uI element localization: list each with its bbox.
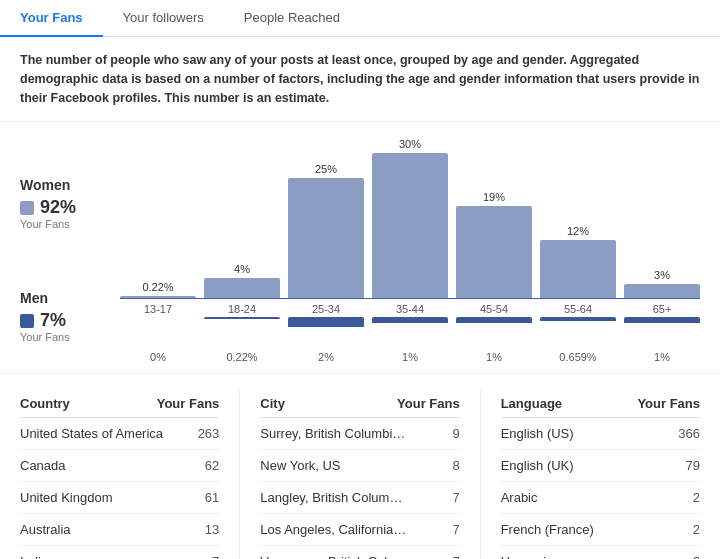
- women-bar-label: 3%: [654, 269, 670, 281]
- bottom-pct-label: 0.659%: [540, 351, 616, 363]
- row-name: Canada: [20, 458, 66, 473]
- row-value: 62: [205, 458, 219, 473]
- men-bar: [288, 317, 364, 327]
- men-bar: [540, 317, 616, 321]
- legend-women-label: Women: [20, 177, 110, 193]
- women-bar: [624, 284, 700, 298]
- row-name: English (US): [501, 426, 574, 441]
- bottom-pct-label: 2%: [288, 351, 364, 363]
- bar-group-women-18-24: 4%: [204, 263, 280, 298]
- men-pct: 7%: [40, 310, 66, 331]
- women-bar-label: 0.22%: [142, 281, 173, 293]
- table-row: Vancouver, British Colu…7: [260, 546, 459, 559]
- table-row: New York, US8: [260, 450, 459, 482]
- table-row: United States of America263: [20, 418, 219, 450]
- bar-group-women-45-54: 19%: [456, 191, 532, 298]
- bottom-pct-label: 0%: [120, 351, 196, 363]
- women-bar-label: 4%: [234, 263, 250, 275]
- women-sublabel: Your Fans: [20, 218, 110, 230]
- bottom-pct-label: 1%: [372, 351, 448, 363]
- table-row: Canada62: [20, 450, 219, 482]
- row-name: Australia: [20, 522, 71, 537]
- legend-men-label: Men: [20, 290, 110, 306]
- axis-label: 65+: [624, 303, 700, 315]
- country-col-name: Country: [20, 396, 70, 411]
- table-row: English (UK)79: [501, 450, 700, 482]
- men-bar: [204, 317, 280, 319]
- women-bar: [456, 206, 532, 298]
- country-table-header: Country Your Fans: [20, 390, 219, 418]
- table-row: Australia13: [20, 514, 219, 546]
- bar-group-men-18-24: [204, 317, 280, 319]
- country-table: Country Your Fans United States of Ameri…: [20, 390, 240, 559]
- city-table-header: City Your Fans: [260, 390, 459, 418]
- women-bar: [288, 178, 364, 298]
- bar-chart: 0.22%4%25%30%19%12%3% 13-1718-2425-3435-…: [120, 138, 700, 363]
- tab-people-reached[interactable]: People Reached: [224, 0, 360, 37]
- tables-section: Country Your Fans United States of Ameri…: [0, 374, 720, 559]
- legend-men: Men 7% Your Fans: [20, 290, 110, 343]
- axis-label: 25-34: [288, 303, 364, 315]
- women-bar-label: 25%: [315, 163, 337, 175]
- row-value: 61: [205, 490, 219, 505]
- table-row: United Kingdom61: [20, 482, 219, 514]
- bottom-pct-label: 0.22%: [204, 351, 280, 363]
- bar-group-women-13-17: 0.22%: [120, 281, 196, 298]
- bar-group-women-35-44: 30%: [372, 138, 448, 298]
- chart-section: Women 92% Your Fans Men 7% Your Fans 0.2…: [0, 122, 720, 374]
- bar-group-men-35-44: [372, 317, 448, 323]
- row-value: 2: [693, 490, 700, 505]
- women-bar-label: 19%: [483, 191, 505, 203]
- chart-legend: Women 92% Your Fans Men 7% Your Fans: [20, 177, 110, 363]
- city-col-name: City: [260, 396, 285, 411]
- row-value: 2: [693, 554, 700, 559]
- table-row: Hungarian2: [501, 546, 700, 559]
- men-sublabel: Your Fans: [20, 331, 110, 343]
- men-bar: [456, 317, 532, 323]
- row-value: 79: [686, 458, 700, 473]
- row-value: 7: [212, 554, 219, 559]
- row-value: 8: [452, 458, 459, 473]
- bar-group-men-55-64: [540, 317, 616, 321]
- men-bar: [624, 317, 700, 323]
- table-row: India7: [20, 546, 219, 559]
- bar-group-men-25-34: [288, 317, 364, 327]
- women-bar: [372, 153, 448, 298]
- women-bar: [540, 240, 616, 298]
- row-value: 7: [452, 490, 459, 505]
- bottom-labels: 0%0.22%2%1%1%0.659%1%: [120, 347, 700, 363]
- row-value: 2: [693, 522, 700, 537]
- bottom-pct-label: 1%: [456, 351, 532, 363]
- axis-label: 45-54: [456, 303, 532, 315]
- men-bar: [372, 317, 448, 323]
- row-name: French (France): [501, 522, 594, 537]
- row-name: United Kingdom: [20, 490, 113, 505]
- bars-axis: 13-1718-2425-3435-4445-5455-6465+: [120, 298, 700, 315]
- table-row: English (US)366: [501, 418, 700, 450]
- row-name: Hungarian: [501, 554, 561, 559]
- bar-group-women-25-34: 25%: [288, 163, 364, 298]
- legend-women: Women 92% Your Fans: [20, 177, 110, 230]
- table-row: Surrey, British Columbi…9: [260, 418, 459, 450]
- tabs-bar: Your Fans Your followers People Reached: [0, 0, 720, 37]
- row-value: 9: [452, 426, 459, 441]
- axis-label: 13-17: [120, 303, 196, 315]
- tab-your-fans[interactable]: Your Fans: [0, 0, 103, 37]
- women-bar-label: 12%: [567, 225, 589, 237]
- axis-label: 35-44: [372, 303, 448, 315]
- row-name: Los Angeles, California…: [260, 522, 406, 537]
- city-col-value: Your Fans: [397, 396, 460, 411]
- row-value: 13: [205, 522, 219, 537]
- row-name: Vancouver, British Colu…: [260, 554, 407, 559]
- tab-your-followers[interactable]: Your followers: [103, 0, 224, 37]
- row-value: 7: [452, 522, 459, 537]
- bottom-pct-label: 1%: [624, 351, 700, 363]
- men-swatch: [20, 314, 34, 328]
- language-col-name: Language: [501, 396, 562, 411]
- men-bars: [120, 317, 700, 347]
- women-pct: 92%: [40, 197, 76, 218]
- bar-group-men-65+: [624, 317, 700, 323]
- row-name: Arabic: [501, 490, 538, 505]
- axis-label: 55-64: [540, 303, 616, 315]
- city-table: City Your Fans Surrey, British Columbi…9…: [260, 390, 480, 559]
